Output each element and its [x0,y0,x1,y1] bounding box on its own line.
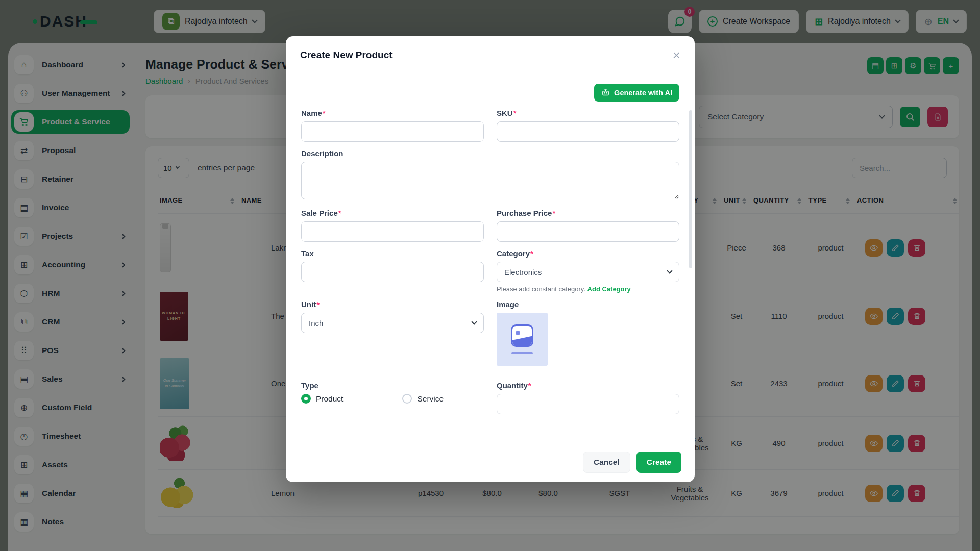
sku-label: SKU* [497,109,679,117]
unit-select[interactable]: Inch [301,313,484,333]
generate-with-ai-button[interactable]: Generate with AI [594,84,679,102]
sale-price-field[interactable] [301,221,484,242]
unit-label: Unit* [301,300,484,309]
type-label: Type [301,381,484,390]
purchase-price-label: Purchase Price* [497,209,679,217]
modal-title: Create New Product [300,49,393,61]
create-button[interactable]: Create [636,452,681,473]
chevron-down-icon [471,319,477,324]
create-product-modal: Create New Product × Generate with AI Na… [286,36,695,482]
sale-price-label: Sale Price* [301,209,484,217]
close-icon[interactable]: × [673,48,680,62]
sku-field[interactable] [497,121,679,142]
name-field[interactable] [301,121,484,142]
choose-file-caption [511,352,533,354]
tax-label: Tax [301,249,484,258]
quantity-field[interactable] [497,394,679,414]
description-field[interactable] [301,162,679,199]
image-upload[interactable] [497,313,548,366]
image-icon [511,324,533,347]
category-hint: Please add constant category. Add Catego… [497,285,679,293]
category-select[interactable]: Electronics [497,262,679,282]
name-label: Name* [301,109,484,117]
type-radio-product[interactable]: Product [301,394,343,404]
tax-field[interactable] [301,262,484,282]
type-radio-service[interactable]: Service [402,394,444,404]
modal-scrollbar[interactable] [689,110,692,268]
radio-checked-icon [301,394,311,404]
add-category-link[interactable]: Add Category [587,285,631,293]
category-label: Category* [497,249,679,258]
image-label: Image [497,300,679,309]
radio-unchecked-icon [402,394,412,404]
robot-icon [601,88,610,97]
description-label: Description [301,149,679,158]
purchase-price-field[interactable] [497,221,679,242]
quantity-label: Quantity* [497,381,679,390]
cancel-button[interactable]: Cancel [583,452,630,473]
chevron-down-icon [667,268,672,273]
